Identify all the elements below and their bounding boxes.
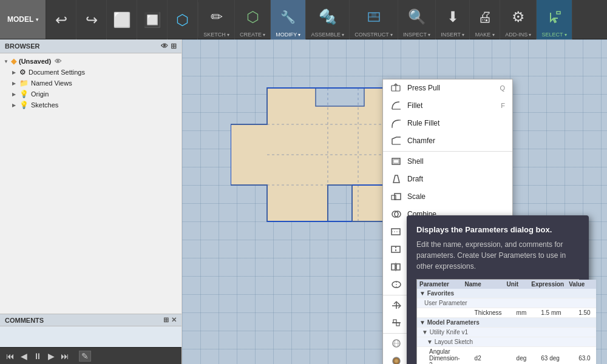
press-pull-icon [390, 83, 402, 93]
d2-unit: deg [504, 347, 529, 365]
origin-label: Origin [31, 90, 49, 98]
tree-origin[interactable]: ▶ 💡 Origin [0, 89, 181, 99]
browser-tree: ▼ ◆ (Unsaved) 👁 ▶ ⚙ Document Settings ▶ … [0, 53, 181, 314]
svg-rect-34 [396, 264, 400, 270]
split-body-icon [390, 261, 402, 272]
col-name: Name [463, 280, 504, 289]
chamfer-icon [390, 135, 402, 146]
inspect-icon: 🔍 [408, 8, 426, 25]
playback-edit[interactable]: ✎ [79, 351, 91, 362]
viewport[interactable]: Press Pull Q Fillet F Rule Fillet [182, 39, 607, 364]
tooltip-table: Parameter Name Unit Expression Value ▼ F… [416, 279, 579, 364]
root-arrow: ▼ [4, 59, 10, 64]
tool1-icon: ⬜ [113, 12, 131, 29]
named-views-icon: 📁 [19, 79, 29, 87]
menu-chamfer[interactable]: Chamfer [383, 132, 512, 150]
browser-expand-icon[interactable]: ⊞ [171, 42, 177, 50]
toolbar-undo[interactable]: ↩ [46, 0, 76, 39]
playback-end[interactable]: ⏭ [59, 350, 70, 362]
named-views-arrow: ▶ [12, 81, 18, 86]
thickness-expr: 1.5 mm [529, 308, 566, 318]
doc-settings-label: Document Settings [29, 69, 85, 76]
col-parameter: Parameter [417, 280, 463, 289]
toolbar-sketch[interactable]: ✏ SKETCH [198, 0, 235, 39]
browser-eye-icon[interactable]: 👁 [161, 42, 168, 50]
scale-icon [390, 191, 402, 202]
tree-root[interactable]: ▼ ◆ (Unsaved) 👁 [0, 56, 181, 67]
tree-sketches[interactable]: ▶ 💡 Sketches [0, 99, 181, 110]
d2-expr: 63 deg [529, 347, 566, 365]
toolbar-redo[interactable]: ↪ [76, 0, 107, 39]
addins-icon: ⚙ [512, 8, 525, 25]
make-label: MAKE [475, 32, 495, 38]
d2-param: Angular Dimension-2 [417, 347, 463, 365]
svg-rect-5 [316, 88, 364, 106]
press-pull-label: Press Pull [407, 84, 500, 92]
subsection-user-param: User Parameter [417, 298, 596, 308]
fillet-icon [390, 100, 402, 111]
toolbar-insert[interactable]: ⬇ INSERT [436, 0, 470, 39]
construct-label: CONSTRUCT [354, 32, 393, 38]
playback-edit-icon: ✎ [81, 351, 89, 361]
toolbar-addins[interactable]: ⚙ ADD-INS [500, 0, 537, 39]
inspect-label: INSPECT [403, 32, 430, 38]
tree-doc-settings[interactable]: ▶ ⚙ Document Settings [0, 67, 181, 78]
make-icon: 🖨 [478, 8, 492, 25]
redo-icon: ↪ [86, 12, 98, 29]
align-icon [390, 317, 402, 328]
menu-shell[interactable]: Shell [383, 153, 512, 170]
thickness-name: Thickness [463, 308, 504, 318]
model-dropdown[interactable]: MODEL ▾ [0, 0, 46, 39]
rule-fillet-icon [390, 118, 402, 129]
shell-label: Shell [407, 157, 505, 166]
toolbar-assemble[interactable]: 🔩 ASSEMBLE [306, 0, 350, 39]
menu-press-pull[interactable]: Press Pull Q [383, 79, 512, 97]
d2-name: d2 [463, 347, 504, 365]
comments-expand-icon[interactable]: ⊞ [163, 316, 169, 324]
press-pull-shortcut: Q [500, 84, 505, 92]
svg-rect-33 [392, 264, 395, 270]
comments-icons: ⊞ ✕ [163, 316, 177, 324]
menu-rule-fillet[interactable]: Rule Fillet [383, 115, 512, 132]
toolbar-make[interactable]: 🖨 MAKE [470, 0, 500, 39]
browser-label: BROWSER [5, 42, 39, 50]
toolbar-modify[interactable]: 🔧 MODIFY [271, 0, 306, 39]
shell-icon [390, 156, 402, 167]
toolbar-construct[interactable]: CONSTRUCT [350, 0, 398, 39]
svg-rect-23 [393, 160, 399, 163]
root-icon: ◆ [11, 57, 16, 66]
toolbar-item-2[interactable]: 🔲 [137, 0, 168, 39]
silhouette-split-icon [390, 279, 402, 290]
chamfer-label: Chamfer [407, 136, 505, 145]
split-face-icon [390, 244, 402, 255]
main-area: BROWSER 👁 ⊞ ▼ ◆ (Unsaved) 👁 ▶ ⚙ Document… [0, 39, 607, 364]
addins-label: ADD-INS [505, 32, 531, 38]
menu-fillet[interactable]: Fillet F [383, 97, 512, 115]
toolbar-create[interactable]: ⬡ CREATE [235, 0, 271, 39]
draft-icon [390, 174, 402, 184]
menu-draft[interactable]: Draft [383, 170, 512, 188]
menu-sep-1 [383, 151, 512, 152]
row-d2: Angular Dimension-2 d2 deg 63 deg 63.0 [417, 347, 596, 365]
comments-label: COMMENTS [5, 317, 44, 324]
playback-pause[interactable]: ⏸ [32, 350, 43, 362]
tooltip-popup: Displays the Parameters dialog box. Edit… [407, 215, 589, 364]
tree-named-views[interactable]: ▶ 📁 Named Views [0, 78, 181, 89]
toolbar-item-1[interactable]: ⬜ [107, 0, 137, 39]
row-thickness: Thickness mm 1.5 mm 1.50 [417, 308, 596, 318]
comments-close-icon[interactable]: ✕ [171, 316, 177, 324]
toolbar-item-3[interactable]: ⬡ [168, 0, 198, 39]
playback-bar: ⏮ ◀ ⏸ ▶ ⏭ ✎ [0, 347, 181, 364]
main-toolbar: MODEL ▾ ↩ ↪ ⬜ 🔲 ⬡ ✏ SKETCH ⬡ CREATE 🔧 MO… [0, 0, 607, 39]
toolbar-select[interactable]: SELECT [537, 0, 572, 39]
toolbar-inspect[interactable]: 🔍 INSPECT [398, 0, 436, 39]
thickness-param [417, 308, 463, 318]
playback-prev[interactable]: ◀ [19, 350, 29, 362]
construct-icon [367, 10, 381, 24]
col-value: Value [566, 280, 596, 289]
subsection-utility-knife: ▼ Utility Knife v1 [417, 328, 596, 337]
section-favorites: ▼ Favorites [417, 289, 596, 298]
playback-start[interactable]: ⏮ [5, 350, 16, 362]
menu-scale[interactable]: Scale [383, 188, 512, 206]
playback-play[interactable]: ▶ [47, 350, 56, 362]
